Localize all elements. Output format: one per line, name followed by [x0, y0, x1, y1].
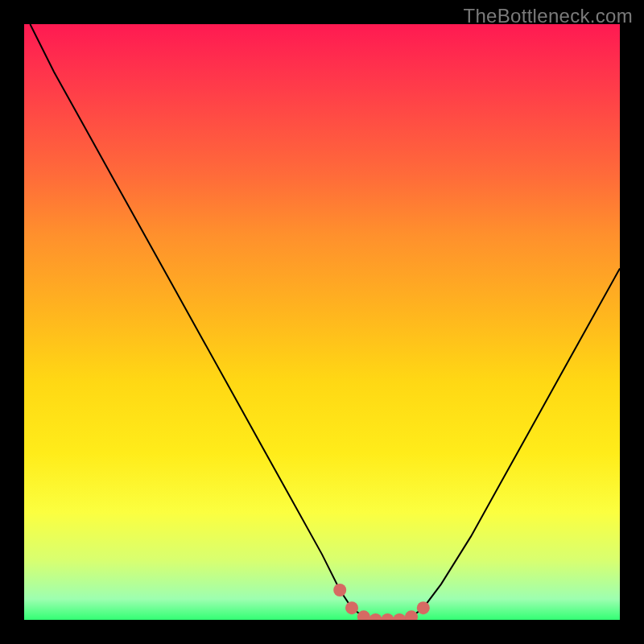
plot-area: [24, 24, 620, 620]
trough-marker: [333, 584, 346, 597]
trough-marker: [405, 610, 418, 620]
chart-stage: TheBottleneck.com: [0, 0, 644, 644]
trough-marker: [381, 613, 394, 620]
curve-layer: [24, 24, 620, 620]
trough-marker: [417, 601, 430, 614]
trough-marker: [369, 613, 382, 620]
trough-marker: [357, 610, 370, 620]
trough-marker: [345, 601, 358, 614]
bottleneck-curve: [30, 24, 620, 620]
trough-marker: [393, 613, 406, 620]
